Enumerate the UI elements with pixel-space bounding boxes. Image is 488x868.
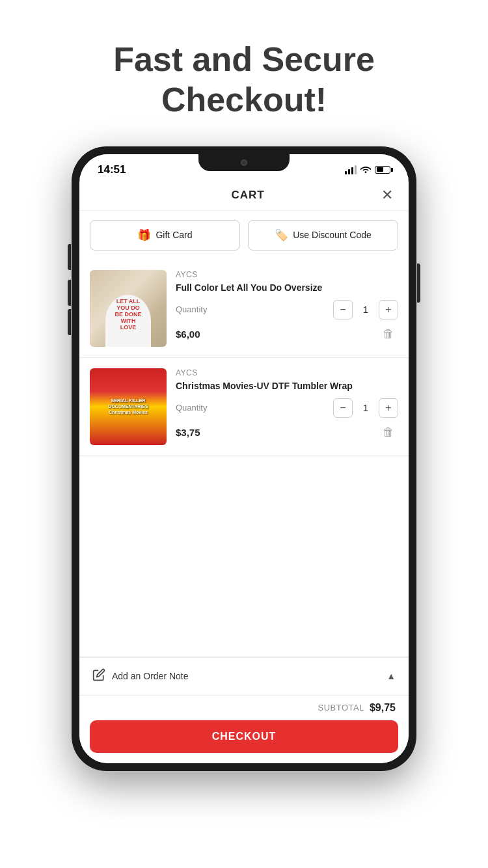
item-2-name: Christmas Movies-UV DTF Tumbler Wrap [176,380,398,392]
cart-footer: Add an Order Note ▲ SUBTOTAL $9,75 CHECK… [79,657,409,763]
subtotal-value: $9,75 [370,702,396,714]
item-1-brand: AYCS [176,270,398,279]
item-1-decrease-button[interactable]: − [333,300,353,319]
phone-notch [198,154,290,171]
phone-body: 14:51 CART [72,146,416,771]
item-1-details: AYCS Full Color Let All You Do Oversize … [176,270,398,347]
item-2-price: $3,75 [176,427,200,438]
item-2-quantity-controls: − 1 + [333,398,398,418]
item-2-delete-button[interactable]: 🗑 [379,423,398,442]
discount-code-label: Use Discount Code [293,230,372,240]
item-1-quantity-label: Quantity [176,305,207,314]
phone-frame: 14:51 CART [72,146,416,771]
item-2-brand: AYCS [176,368,398,377]
gift-card-button[interactable]: 🎁 Gift Card [90,220,240,251]
note-icon [92,668,105,685]
status-icons [345,165,390,175]
item-image-2: SERIAL KILLERDOCUMENTARIESChristmas Movi… [90,368,167,445]
item-2-increase-button[interactable]: + [379,398,398,418]
item-image-1: LET ALLYOU DOBE DONEWITHLOVE [90,270,167,347]
item-1-quantity-value: 1 [359,304,372,315]
phone-screen: 14:51 CART [79,154,409,763]
discount-icon: 🏷️ [275,228,288,242]
spacer [79,456,409,534]
order-note-label: Add an Order Note [112,671,189,681]
item-2-quantity-row: Quantity − 1 + [176,398,398,418]
action-buttons-row: 🎁 Gift Card 🏷️ Use Discount Code [79,211,409,260]
item-2-decrease-button[interactable]: − [333,398,353,418]
item-1-increase-button[interactable]: + [379,300,398,319]
notch-camera [241,159,247,166]
item-image-1-text: LET ALLYOU DOBE DONEWITHLOVE [115,299,141,331]
gift-card-label: Gift Card [156,230,192,240]
gift-icon: 🎁 [137,228,151,242]
item-2-bottom: $3,75 🗑 [176,423,398,442]
close-button[interactable]: ✕ [381,188,393,202]
trash-icon: 🗑 [383,327,394,341]
discount-code-button[interactable]: 🏷️ Use Discount Code [248,220,398,251]
item-2-details: AYCS Christmas Movies-UV DTF Tumbler Wra… [176,368,398,445]
cart-title: CART [115,189,381,202]
item-1-quantity-controls: − 1 + [333,300,398,319]
status-time: 14:51 [98,163,126,176]
cart-items-list: LET ALLYOU DOBE DONEWITHLOVE AYCS Full C… [79,260,409,657]
item-1-bottom: $6,00 🗑 [176,325,398,344]
table-row: SERIAL KILLERDOCUMENTARIESChristmas Movi… [79,358,409,456]
item-1-delete-button[interactable]: 🗑 [379,325,398,344]
cart-header: CART ✕ [79,179,409,211]
chevron-up-icon: ▲ [386,671,396,681]
item-1-price: $6,00 [176,329,200,340]
signal-icon [345,165,357,174]
subtotal-row: SUBTOTAL $9,75 [79,695,409,720]
item-2-quantity-label: Quantity [176,403,207,413]
order-note-section[interactable]: Add an Order Note ▲ [79,657,409,695]
subtotal-label: SUBTOTAL [318,703,364,712]
checkout-button[interactable]: CHECKOUT [90,720,398,753]
item-1-quantity-row: Quantity − 1 + [176,300,398,319]
table-row: LET ALLYOU DOBE DONEWITHLOVE AYCS Full C… [79,260,409,358]
wifi-icon [360,165,371,175]
item-1-name: Full Color Let All You Do Oversize [176,282,398,293]
hero-title: Fast and Secure Checkout! [62,39,426,120]
battery-icon [375,166,390,174]
item-2-quantity-value: 1 [359,402,372,413]
item-image-2-text: SERIAL KILLERDOCUMENTARIESChristmas Movi… [105,395,150,418]
order-note-left: Add an Order Note [92,668,189,685]
trash-icon-2: 🗑 [383,426,394,439]
